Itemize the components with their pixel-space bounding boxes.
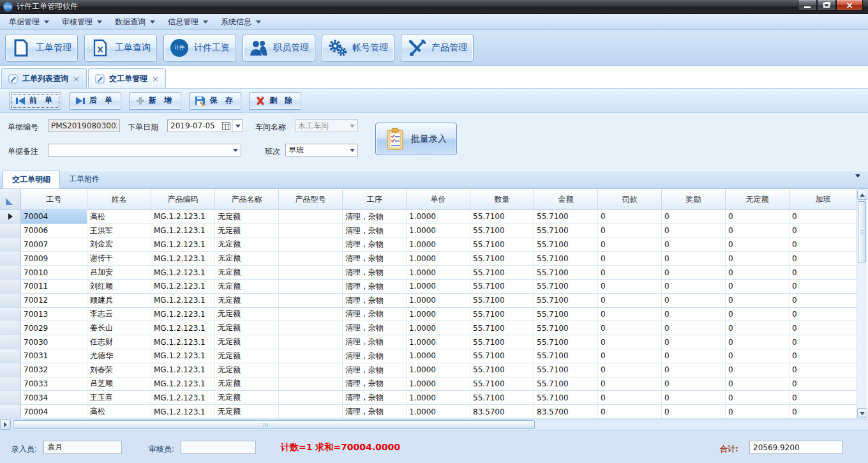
scroll-down-button[interactable] (857, 408, 867, 418)
table-row[interactable]: 70031尤德华MG.1.2.123.1无定额清理，杂物1.000055.710… (0, 349, 857, 363)
table-row[interactable]: 70009谢传干MG.1.2.123.1无定额清理，杂物1.000055.710… (0, 252, 857, 266)
row-indicator[interactable] (0, 405, 21, 418)
menu-item-documents[interactable]: 单据管理 (3, 14, 56, 30)
row-indicator[interactable] (0, 321, 21, 335)
staff-manage-button[interactable]: 职员管理 (243, 34, 315, 62)
select-all-corner[interactable] (0, 189, 21, 209)
table-row[interactable]: 70033吕芝顺MG.1.2.123.1无定额清理，杂物1.000055.710… (0, 377, 857, 391)
table-row[interactable]: 70011刘红顺MG.1.2.123.1无定额清理，杂物1.000055.710… (0, 280, 857, 294)
cell: MG.1.2.123.1 (151, 335, 215, 349)
horizontal-scrollbar[interactable] (0, 419, 868, 430)
order-date-picker[interactable]: 2019-07-05 (167, 119, 243, 132)
cell: 王玉喜 (87, 391, 151, 404)
auditor-field[interactable] (181, 441, 256, 454)
row-indicator[interactable] (0, 294, 21, 307)
column-header[interactable]: 数量 (470, 189, 534, 209)
workorder-query-button[interactable]: X 工单查询 (84, 34, 157, 62)
close-icon[interactable] (152, 74, 159, 84)
product-manage-button[interactable]: 产品管理 (401, 34, 474, 62)
tabstrip-dropdown-button[interactable] (855, 178, 860, 186)
cell: 1.0000 (407, 252, 470, 265)
tab-workorder-list-query[interactable]: 工单列表查询 (1, 68, 87, 88)
row-indicator[interactable] (0, 349, 21, 363)
column-header[interactable]: 单价 (407, 189, 470, 209)
remark-combo[interactable] (48, 144, 241, 156)
tab-delivery-order-manage[interactable]: 交工单管理 (88, 68, 166, 88)
shift-combo[interactable]: 早班 (285, 144, 358, 156)
maximize-button[interactable] (817, 0, 836, 11)
current-row-indicator[interactable] (0, 210, 21, 224)
table-row[interactable]: 70012顾建兵MG.1.2.123.1无定额清理，杂物1.000055.710… (0, 294, 857, 308)
column-header[interactable]: 姓名 (87, 189, 151, 209)
entry-clerk-field[interactable] (43, 441, 122, 454)
table-row[interactable]: 70007刘金宏MG.1.2.123.1无定额清理，杂物1.000055.710… (0, 238, 857, 252)
column-header[interactable]: 罚款 (598, 189, 662, 209)
prev-order-button[interactable]: 前 单 (9, 92, 61, 110)
cell: 1.0000 (407, 363, 470, 377)
column-header[interactable]: 工序 (343, 189, 407, 209)
menu-item-system[interactable]: 系统信息 (214, 14, 267, 30)
remark-dropdown-button[interactable] (230, 144, 241, 156)
action-bar: 前 单 后 单 新 增 保 存 删 除 (0, 89, 868, 113)
piecework-pay-button[interactable]: 计件 计件工资 (163, 34, 236, 62)
workorder-manage-button[interactable]: 工单管理 (5, 34, 78, 62)
tab-delivery-detail[interactable]: 交工单明细 (3, 171, 60, 188)
menu-label: 单据管理 (9, 17, 40, 27)
row-indicator[interactable] (0, 363, 21, 377)
table-row[interactable]: 70010吕加安MG.1.2.123.1无定额清理，杂物1.000055.710… (0, 266, 857, 280)
table-row[interactable]: 70030任志财MG.1.2.123.1无定额清理，杂物1.000055.710… (0, 335, 857, 349)
column-header[interactable]: 产品名称 (215, 189, 279, 209)
row-indicator[interactable] (0, 280, 21, 293)
row-indicator[interactable] (0, 391, 21, 404)
menu-item-info[interactable]: 信息管理 (161, 14, 214, 30)
column-header[interactable]: 产品型号 (279, 189, 343, 209)
row-indicator[interactable] (0, 377, 21, 391)
column-header[interactable]: 奖励 (662, 189, 726, 209)
row-indicator[interactable] (0, 238, 21, 252)
row-indicator[interactable] (0, 252, 21, 265)
scroll-up-button[interactable] (857, 190, 867, 200)
save-button[interactable]: 保 存 (189, 92, 241, 110)
order-no-field[interactable] (48, 119, 120, 132)
cell: 55.7100 (534, 224, 598, 238)
table-row[interactable]: 70004高松MG.1.2.123.1无定额清理，杂物1.000083.5700… (0, 405, 857, 419)
table-row[interactable]: 70034王玉喜MG.1.2.123.1无定额清理，杂物1.000055.710… (0, 391, 857, 405)
date-dropdown-button[interactable] (232, 120, 243, 132)
tab-workorder-attachment[interactable]: 工单附件 (60, 171, 108, 188)
menu-item-data-query[interactable]: 数据查询 (108, 14, 161, 30)
next-order-button[interactable]: 后 单 (69, 92, 121, 110)
column-header[interactable]: 产品编码 (151, 189, 215, 209)
column-header[interactable]: 加班 (789, 189, 857, 209)
column-header[interactable]: 无定额 (726, 189, 789, 209)
row-indicator[interactable] (0, 335, 21, 349)
horizontal-scroll-thumb[interactable] (13, 420, 535, 429)
delete-button[interactable]: 删 除 (249, 92, 301, 110)
total-field[interactable] (749, 441, 842, 454)
order-form: 单据编号 下单日期 2019-07-05 车间名称 木工车间 单据备注 班次 早… (0, 113, 868, 170)
table-row[interactable]: 70006王洪军MG.1.2.123.1无定额清理，杂物1.000055.710… (0, 224, 857, 238)
close-icon[interactable] (73, 74, 80, 84)
batch-entry-button[interactable]: 批量录入 (375, 123, 457, 155)
minimize-button[interactable] (798, 0, 817, 11)
row-indicator[interactable] (0, 266, 21, 279)
row-indicator[interactable] (0, 224, 21, 238)
table-row[interactable]: 70004高松MG.1.2.123.1无定额清理，杂物1.000055.7100… (0, 210, 857, 224)
menu-item-audit[interactable]: 审核管理 (56, 14, 108, 30)
table-row[interactable]: 70013李志云MG.1.2.123.1无定额清理，杂物1.000055.710… (0, 308, 857, 322)
cell: 0 (598, 321, 662, 335)
cell: 清理，杂物 (343, 210, 407, 224)
row-indicator[interactable] (0, 308, 21, 321)
scroll-right-button[interactable] (0, 420, 10, 430)
close-button[interactable] (836, 0, 863, 11)
vertical-scroll-thumb[interactable] (858, 201, 866, 262)
shift-label: 班次 (265, 146, 280, 157)
vertical-scrollbar[interactable] (857, 189, 867, 419)
column-header[interactable]: 工号 (21, 189, 87, 209)
cell: 55.7100 (470, 349, 534, 363)
table-row[interactable]: 70032刘春荣MG.1.2.123.1无定额清理，杂物1.000055.710… (0, 363, 857, 377)
table-row[interactable]: 70029姜长山MG.1.2.123.1无定额清理，杂物1.000055.710… (0, 321, 857, 335)
shift-dropdown-button[interactable] (347, 144, 357, 156)
column-header[interactable]: 金额 (534, 189, 598, 209)
account-manage-button[interactable]: 帐号管理 (322, 34, 394, 62)
add-button[interactable]: 新 增 (129, 92, 181, 110)
